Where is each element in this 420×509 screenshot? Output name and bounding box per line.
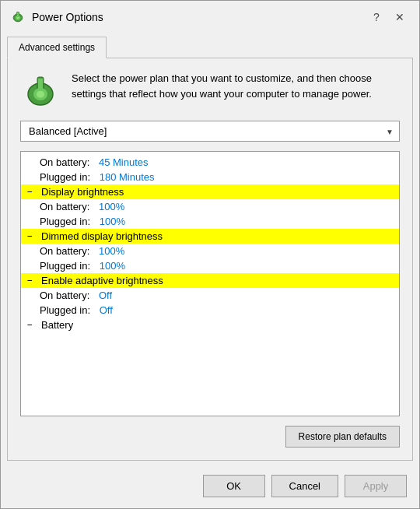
sub-label: On battery: bbox=[40, 245, 89, 257]
sub-value: Off bbox=[99, 290, 112, 301]
settings-section-header[interactable]: −Enable adaptive brightness bbox=[21, 273, 399, 288]
restore-plan-defaults-button[interactable]: Restore plan defaults bbox=[285, 426, 400, 448]
sub-label: Plugged in: bbox=[40, 304, 90, 316]
close-button[interactable]: ✕ bbox=[390, 7, 410, 27]
expand-icon: − bbox=[27, 320, 38, 330]
settings-sub-item: On battery: Off bbox=[21, 288, 399, 303]
section-label: Dimmed display brightness bbox=[41, 230, 163, 242]
bottom-bar: OK Cancel Apply bbox=[1, 467, 419, 508]
section-label: Battery bbox=[41, 319, 73, 331]
power-plan-icon bbox=[20, 71, 61, 111]
sub-value: 100% bbox=[100, 216, 125, 227]
title-bar: Power Options ? ✕ bbox=[1, 1, 419, 33]
settings-sub-item: Plugged in: 180 Minutes bbox=[21, 170, 399, 184]
sub-value: 45 Minutes bbox=[99, 156, 149, 168]
sub-label: On battery: bbox=[40, 156, 89, 168]
expand-icon: − bbox=[27, 231, 38, 241]
tab-bar: Advanced settings bbox=[1, 33, 419, 58]
title-bar-controls: ? ✕ bbox=[366, 7, 410, 27]
main-content: Select the power plan that you want to c… bbox=[7, 58, 413, 461]
sub-label: On battery: bbox=[40, 201, 89, 212]
intro-text: Select the power plan that you want to c… bbox=[72, 71, 400, 101]
sub-label: On battery: bbox=[40, 290, 89, 301]
settings-sub-item: Plugged in: 100% bbox=[21, 214, 399, 229]
window-title: Power Options bbox=[32, 11, 103, 23]
svg-rect-9 bbox=[38, 79, 43, 91]
svg-rect-4 bbox=[17, 12, 19, 17]
intro-section: Select the power plan that you want to c… bbox=[20, 71, 400, 111]
sub-value: Off bbox=[100, 304, 113, 316]
settings-sub-item: On battery: 100% bbox=[21, 244, 399, 258]
plan-dropdown-wrapper[interactable]: Balanced [Active]High performancePower s… bbox=[20, 121, 400, 142]
sub-value: 100% bbox=[100, 260, 125, 272]
settings-section-header[interactable]: −Display brightness bbox=[21, 184, 399, 199]
settings-section-header[interactable]: −Dimmed display brightness bbox=[21, 229, 399, 244]
settings-sub-item: Plugged in: Off bbox=[21, 303, 399, 318]
title-bar-left: Power Options bbox=[10, 9, 103, 25]
sub-label: Plugged in: bbox=[40, 260, 90, 272]
sub-value: 100% bbox=[99, 245, 124, 257]
sub-label: Plugged in: bbox=[40, 171, 90, 183]
ok-button[interactable]: OK bbox=[203, 475, 265, 497]
sub-label: Plugged in: bbox=[40, 216, 90, 227]
cancel-button[interactable]: Cancel bbox=[271, 475, 338, 497]
settings-section-header[interactable]: −Battery bbox=[21, 318, 399, 332]
plan-dropdown[interactable]: Balanced [Active]High performancePower s… bbox=[20, 121, 400, 142]
apply-button[interactable]: Apply bbox=[345, 475, 407, 497]
svg-point-8 bbox=[37, 91, 44, 98]
section-label: Enable adaptive brightness bbox=[41, 275, 163, 286]
help-button[interactable]: ? bbox=[366, 7, 387, 27]
section-label: Display brightness bbox=[41, 186, 124, 198]
power-icon bbox=[10, 9, 26, 25]
settings-sub-item: Plugged in: 100% bbox=[21, 258, 399, 273]
expand-icon: − bbox=[27, 276, 38, 286]
settings-sub-item: On battery: 45 Minutes bbox=[21, 155, 399, 170]
expand-icon: − bbox=[27, 187, 38, 197]
settings-list-wrapper: On battery: 45 MinutesPlugged in: 180 Mi… bbox=[20, 151, 400, 416]
settings-list[interactable]: On battery: 45 MinutesPlugged in: 180 Mi… bbox=[21, 152, 399, 416]
sub-value: 100% bbox=[99, 201, 124, 212]
sub-value: 180 Minutes bbox=[100, 171, 155, 183]
power-options-dialog: Power Options ? ✕ Advanced settings Sele… bbox=[0, 0, 420, 509]
tab-advanced-settings[interactable]: Advanced settings bbox=[7, 37, 107, 58]
settings-sub-item: On battery: 100% bbox=[21, 199, 399, 214]
